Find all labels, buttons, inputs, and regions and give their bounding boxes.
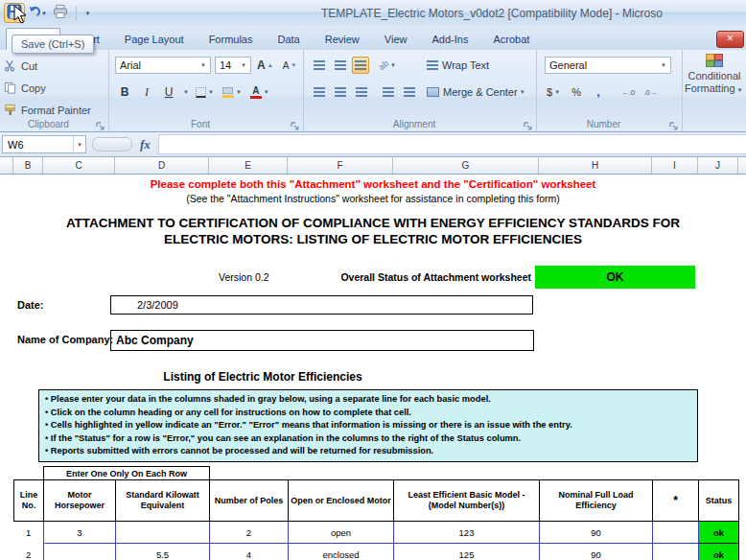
tab-add-ins[interactable]: Add-Ins — [419, 29, 480, 50]
cell-asterisk[interactable] — [653, 522, 699, 544]
column-header-i[interactable]: I — [652, 157, 698, 174]
cell-line-no[interactable]: 1 — [14, 522, 44, 544]
format-painter-button[interactable]: Format Painter — [4, 101, 91, 120]
align-left-button[interactable] — [310, 83, 329, 101]
cell-line-no[interactable]: 2 — [14, 544, 44, 560]
font-family-select[interactable]: Arial ▼ — [115, 57, 211, 74]
alignment-dialog-launcher[interactable] — [523, 118, 534, 129]
cell-poles[interactable]: 4 — [210, 544, 289, 560]
column-header-h[interactable]: H — [539, 157, 652, 174]
date-value-cell[interactable]: 2/3/2009 — [110, 295, 533, 315]
align-top-button[interactable] — [310, 57, 329, 74]
decrease-decimal-button[interactable]: .0→ — [641, 83, 660, 101]
percent-style-button[interactable]: % — [567, 83, 586, 101]
clipboard-dialog-launcher[interactable] — [95, 118, 106, 129]
column-header-j[interactable]: J — [698, 157, 738, 174]
align-center-button[interactable] — [331, 83, 350, 101]
comma-style-button[interactable]: , — [589, 83, 608, 101]
cut-button[interactable]: Cut — [4, 57, 37, 76]
cell-efficiency[interactable]: 90 — [540, 522, 653, 544]
merge-center-button[interactable]: Merge & Center ▼ — [425, 83, 529, 101]
formula-input[interactable] — [158, 134, 746, 154]
cell-open-enclosed[interactable]: open — [289, 522, 394, 544]
header-open-enclosed[interactable]: Open or Enclosed Motor — [289, 480, 394, 522]
accounting-format-button[interactable]: $▼ — [545, 83, 564, 101]
enter-one-header[interactable]: Enter One Only On Each Row — [44, 467, 210, 480]
tab-review[interactable]: Review — [313, 29, 372, 50]
tab-data[interactable]: Data — [265, 29, 312, 50]
align-right-button[interactable] — [352, 83, 371, 101]
tab-formulas[interactable]: Formulas — [197, 29, 266, 50]
font-color-button[interactable]: A ▼ — [248, 83, 273, 101]
underline-dropdown-icon[interactable]: ▼ — [181, 89, 191, 95]
column-header-e[interactable]: E — [209, 157, 288, 174]
header-nominal-efficiency[interactable]: Nominal Full Load Efficiency — [540, 480, 653, 522]
column-header-f[interactable]: F — [288, 157, 393, 174]
column-header-g[interactable]: G — [393, 157, 539, 174]
cell-model[interactable]: 123 — [394, 522, 540, 544]
font-dialog-launcher[interactable] — [290, 118, 301, 129]
column-header-b[interactable]: B — [13, 157, 43, 174]
close-button[interactable]: ✕ — [716, 31, 744, 48]
column-header-c[interactable]: C — [43, 157, 115, 174]
align-bottom-button[interactable] — [352, 57, 369, 74]
italic-button[interactable]: I — [137, 83, 156, 101]
motor-table: Enter One Only On Each Row Line No. Moto… — [13, 466, 739, 560]
shrink-font-button[interactable]: A▼ — [281, 57, 301, 74]
orientation-button[interactable]: ab▼ — [377, 57, 400, 74]
underline-button[interactable]: U — [159, 83, 178, 101]
cell-poles[interactable]: 2 — [210, 522, 289, 544]
header-line-no[interactable]: Line No. — [14, 480, 44, 522]
font-size-value: 14 — [220, 59, 231, 71]
cell-model[interactable]: 125 — [394, 544, 540, 560]
copy-button[interactable]: Copy — [4, 79, 46, 98]
column-header-d[interactable]: D — [115, 157, 209, 174]
conditional-formatting-label-1: Conditional — [688, 70, 740, 82]
header-asterisk[interactable]: * — [653, 480, 699, 522]
cell-open-enclosed[interactable]: enclosed — [289, 544, 394, 560]
align-bottom-icon — [355, 60, 366, 70]
cell-horsepower[interactable] — [44, 544, 116, 560]
cell-asterisk[interactable] — [653, 544, 699, 560]
cell-status[interactable]: ok — [699, 522, 739, 544]
tab-acrobat[interactable]: Acrobat — [480, 29, 542, 50]
cell-efficiency[interactable]: 90 — [540, 544, 653, 560]
header-motor-horsepower[interactable]: Motor Horsepower — [44, 480, 116, 522]
qat-customize-button[interactable]: ▼ — [82, 3, 95, 23]
column-header-a-partial[interactable] — [0, 157, 13, 174]
undo-dropdown-caret-icon[interactable]: ▼ — [41, 11, 47, 16]
overall-status-cell[interactable]: OK — [535, 266, 695, 289]
cell-kilowatt[interactable] — [116, 522, 210, 544]
name-box[interactable]: W6 ▼ — [2, 135, 86, 153]
number-dialog-launcher[interactable] — [668, 118, 680, 129]
header-least-efficient-model[interactable]: Least Efficient Basic Model - (Model Num… — [394, 480, 540, 522]
wrap-text-button[interactable]: Wrap Text — [425, 57, 491, 74]
cell-status[interactable]: ok — [699, 544, 739, 560]
instruction-line: Reports submitted with errors cannot be … — [45, 445, 691, 458]
tab-page-layout[interactable]: Page Layout — [112, 29, 197, 50]
insert-function-button[interactable]: fx — [140, 137, 151, 152]
fill-color-button[interactable]: ▼ — [221, 83, 245, 101]
align-middle-button[interactable] — [331, 57, 350, 74]
increase-decimal-button[interactable]: ←.0 — [618, 83, 638, 101]
number-format-select[interactable]: General ▼ — [545, 57, 671, 74]
tab-view[interactable]: View — [372, 29, 420, 50]
cell-horsepower[interactable]: 3 — [44, 522, 116, 544]
font-size-select[interactable]: 14 ▼ — [215, 57, 251, 74]
name-box-caret-icon[interactable]: ▼ — [73, 136, 85, 152]
header-status[interactable]: Status — [699, 480, 739, 522]
decrease-indent-button[interactable] — [379, 83, 398, 101]
grow-font-button[interactable]: A▲ — [255, 57, 277, 74]
number-group-label: Number — [537, 119, 670, 129]
print-button[interactable] — [50, 3, 71, 23]
conditional-formatting-button[interactable]: Conditional Formatting▼ — [685, 54, 744, 97]
increase-indent-button[interactable] — [400, 83, 419, 101]
copy-icon — [4, 82, 16, 96]
bold-button[interactable]: B — [115, 83, 134, 101]
header-number-of-poles[interactable]: Number of Poles — [210, 480, 289, 522]
borders-button[interactable]: ▼ — [194, 83, 218, 101]
undo-button[interactable]: ▼ — [27, 3, 48, 23]
cell-kilowatt[interactable]: 5.5 — [116, 544, 210, 560]
company-value-cell[interactable]: Abc Company — [110, 330, 534, 351]
header-standard-kilowatt[interactable]: Standard Kilowatt Equivalent — [116, 480, 210, 522]
